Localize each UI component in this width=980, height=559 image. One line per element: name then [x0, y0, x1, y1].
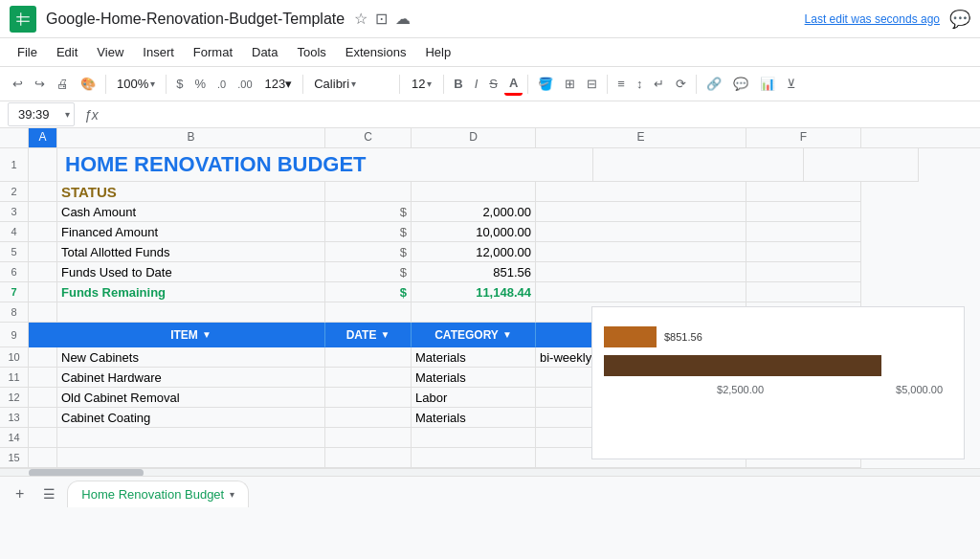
halign-button[interactable]: ≡ [612, 74, 630, 94]
cloud-icon[interactable]: ☁ [395, 10, 411, 28]
cell-b6[interactable]: Funds Used to Date [57, 262, 325, 282]
cell-a4[interactable] [29, 222, 57, 242]
cell-c8[interactable] [325, 302, 412, 323]
add-sheet-button[interactable]: + [8, 481, 32, 506]
cell-d5[interactable]: 12,000.00 [412, 242, 536, 262]
bold-button[interactable]: B [449, 74, 467, 94]
cell-ref-dropdown[interactable]: ▾ [65, 109, 70, 120]
date-filter-icon[interactable]: ▼ [380, 329, 390, 340]
rotate-button[interactable]: ⟳ [671, 74, 691, 94]
cell-d9[interactable]: CATEGORY ▼ [412, 323, 536, 347]
folder-icon[interactable]: ⊡ [375, 10, 388, 28]
cell-c4[interactable]: $ [325, 222, 412, 242]
text-color-button[interactable]: A [504, 73, 523, 96]
category-filter-icon[interactable]: ▼ [502, 329, 512, 340]
wrap-button[interactable]: ↵ [649, 74, 669, 94]
cell-e1[interactable] [593, 148, 804, 182]
menu-data[interactable]: Data [244, 42, 285, 62]
cell-b14[interactable] [57, 428, 325, 448]
cell-b10[interactable]: New Cabinets [57, 347, 325, 368]
cell-f5[interactable] [746, 242, 861, 262]
cell-c12[interactable] [325, 388, 412, 408]
cell-b13[interactable]: Cabinet Coating [57, 408, 325, 428]
cell-e4[interactable] [536, 222, 746, 242]
menu-insert[interactable]: Insert [135, 42, 182, 62]
merge-button[interactable]: ⊟ [582, 74, 602, 94]
cell-a12[interactable] [29, 388, 57, 408]
cell-b4[interactable]: Financed Amount [57, 222, 325, 242]
cell-d3[interactable]: 2,000.00 [412, 202, 536, 222]
link-button[interactable]: 🔗 [702, 74, 726, 94]
menu-help[interactable]: Help [417, 42, 458, 62]
cell-b12[interactable]: Old Cabinet Removal [57, 388, 325, 408]
item-filter-icon[interactable]: ▼ [202, 329, 212, 340]
cell-b8[interactable] [57, 302, 325, 323]
redo-button[interactable]: ↪ [30, 74, 50, 94]
cell-f7[interactable] [746, 282, 861, 302]
menu-format[interactable]: Format [186, 42, 240, 62]
h-scrollbar[interactable] [0, 468, 980, 476]
cell-b2[interactable]: STATUS [57, 182, 325, 202]
cell-d11[interactable]: Materials [412, 368, 536, 388]
cell-a3[interactable] [29, 202, 57, 222]
cell-c5[interactable]: $ [325, 242, 412, 262]
cell-d2[interactable] [412, 182, 536, 202]
chart-button[interactable]: 📊 [755, 74, 780, 94]
cell-a9[interactable] [29, 323, 57, 347]
cell-a6[interactable] [29, 262, 57, 282]
col-header-e[interactable]: E [536, 128, 746, 147]
cell-d6[interactable]: 851.56 [412, 262, 536, 282]
fill-color-button[interactable]: 🪣 [533, 74, 558, 94]
cell-a15[interactable] [29, 448, 57, 468]
cell-a13[interactable] [29, 408, 57, 428]
zoom-dropdown[interactable]: 100% ▾ [111, 74, 161, 94]
sheets-list-button[interactable]: ☰ [35, 482, 63, 505]
cell-b1[interactable]: HOME RENOVATION BUDGET [57, 148, 593, 182]
sheet-tab-dropdown[interactable]: ▾ [230, 489, 234, 500]
paint-format-button[interactable]: 🎨 [76, 74, 100, 94]
col-header-d[interactable]: D [412, 128, 536, 147]
cell-b15[interactable] [57, 448, 325, 468]
cell-c7[interactable]: $ [325, 282, 412, 302]
valign-button[interactable]: ↕ [632, 74, 648, 94]
col-header-a[interactable]: A [29, 128, 57, 147]
cell-a5[interactable] [29, 242, 57, 262]
cell-b11[interactable]: Cabinet Hardware [57, 368, 325, 388]
menu-view[interactable]: View [89, 42, 131, 62]
filter-button[interactable]: ⊻ [782, 74, 801, 94]
cell-c2[interactable] [325, 182, 412, 202]
cell-c6[interactable]: $ [325, 262, 412, 282]
cell-d7[interactable]: 11,148.44 [412, 282, 536, 302]
font-dropdown[interactable]: Calibri ▾ [308, 74, 394, 94]
cell-c9[interactable]: DATE ▼ [325, 323, 412, 347]
cell-d14[interactable] [412, 428, 536, 448]
strikethrough-button[interactable]: S [484, 74, 502, 94]
menu-edit[interactable]: Edit [49, 42, 85, 62]
menu-extensions[interactable]: Extensions [338, 42, 414, 62]
cell-e3[interactable] [536, 202, 746, 222]
formula-input[interactable] [108, 105, 972, 123]
cell-c3[interactable]: $ [325, 202, 412, 222]
percent-button[interactable]: % [189, 74, 211, 94]
col-header-f[interactable]: F [746, 128, 861, 147]
decimal00-button[interactable]: .00 [233, 76, 256, 93]
currency-button[interactable]: $ [171, 74, 188, 94]
cell-c14[interactable] [325, 428, 412, 448]
cell-f2[interactable] [746, 182, 861, 202]
undo-button[interactable]: ↩ [8, 74, 28, 94]
decimal0-button[interactable]: .0 [212, 76, 231, 93]
cell-c13[interactable] [325, 408, 412, 428]
cell-d8[interactable] [412, 302, 536, 323]
cell-e5[interactable] [536, 242, 746, 262]
star-icon[interactable]: ☆ [354, 10, 368, 28]
cell-d4[interactable]: 10,000.00 [412, 222, 536, 242]
cell-a14[interactable] [29, 428, 57, 448]
cell-b7[interactable]: Funds Remaining [57, 282, 325, 302]
last-edit[interactable]: Last edit was seconds ago [805, 12, 940, 26]
cell-reference[interactable]: 39:39 [12, 105, 65, 123]
cell-d13[interactable]: Materials [412, 408, 536, 428]
cell-d12[interactable]: Labor [412, 388, 536, 408]
cell-c15[interactable] [325, 448, 412, 468]
cell-d10[interactable]: Materials [412, 347, 536, 368]
cell-e7[interactable] [536, 282, 746, 302]
